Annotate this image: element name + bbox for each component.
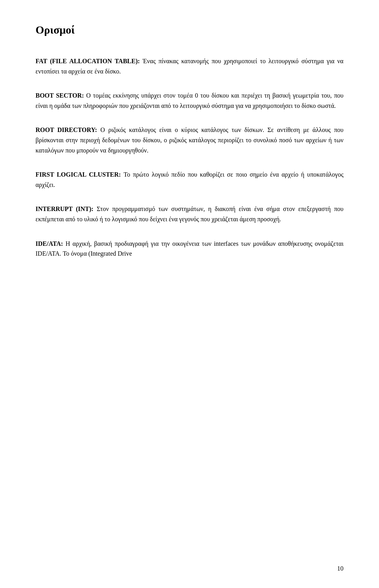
definition-boot-sector: BOOT SECTOR: Ο τομέας εκκίνησης υπάρχει … (36, 90, 343, 111)
text-ide-ata: Η αρχική, βασική προδιαγραφή για την οικ… (36, 240, 343, 257)
definition-fat: FAT (FILE ALLOCATION TABLE): Ένας πίνακα… (36, 56, 343, 76)
definition-root-directory: ROOT DIRECTORY: Ο ριζικός κατάλογος είνα… (36, 125, 343, 155)
page-number: 10 (337, 565, 343, 572)
definition-interrupt: INTERRUPT (INT): Στον προγραμματισμό των… (36, 204, 343, 224)
page-title: Ορισμοί (36, 24, 343, 36)
term-fat: FAT (FILE ALLOCATION TABLE): (36, 58, 140, 64)
term-first-logical-cluster: FIRST LOGICAL CLUSTER: (36, 171, 121, 178)
term-ide-ata: IDE/ATA: (36, 240, 63, 247)
term-root-directory: ROOT DIRECTORY: (36, 126, 97, 133)
definition-ide-ata: IDE/ATA: Η αρχική, βασική προδιαγραφή γι… (36, 239, 343, 259)
term-interrupt: INTERRUPT (INT): (36, 205, 94, 212)
definition-first-logical-cluster: FIRST LOGICAL CLUSTER: Το πρώτο λογικό π… (36, 170, 343, 190)
term-boot-sector: BOOT SECTOR: (36, 92, 84, 99)
page: Ορισμοί FAT (FILE ALLOCATION TABLE): Ένα… (0, 0, 379, 588)
